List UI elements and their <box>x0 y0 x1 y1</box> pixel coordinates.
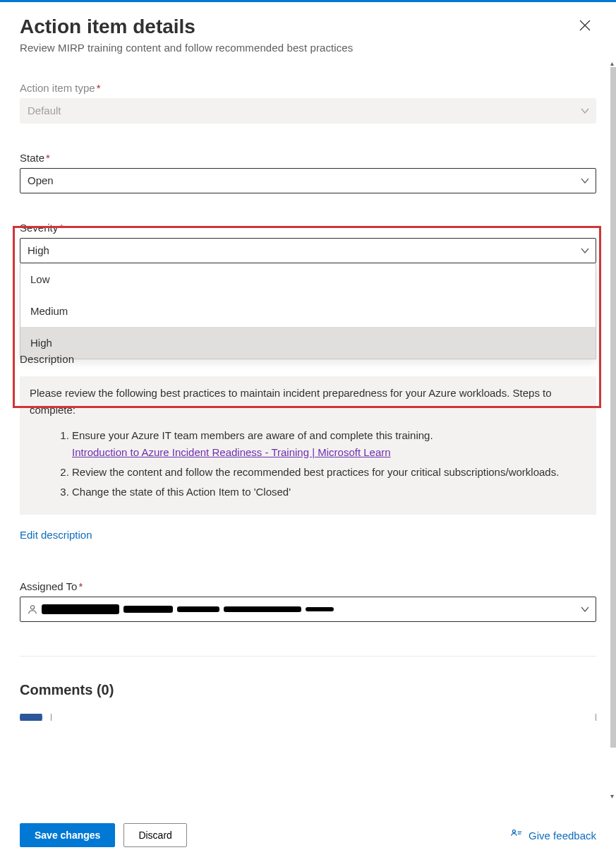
required-marker: * <box>78 580 83 592</box>
severity-option-low[interactable]: Low <box>20 263 596 295</box>
panel-header: Action item details Review MIRP training… <box>20 15 596 54</box>
field-state: State* Open <box>20 152 596 193</box>
field-action-item-type: Action item type* Default <box>20 82 596 124</box>
select-value: Default <box>28 104 61 116</box>
close-button[interactable] <box>574 15 596 37</box>
description-step-2: Review the content and follow the recomm… <box>72 464 586 481</box>
footer-bar: Save changes Discard Give feedback <box>0 808 616 862</box>
chevron-down-icon <box>580 106 590 116</box>
comment-input[interactable] <box>51 714 596 721</box>
save-button[interactable]: Save changes <box>20 823 115 847</box>
chevron-down-icon <box>580 176 590 186</box>
select-value: High <box>28 244 49 256</box>
avatar <box>20 714 42 721</box>
description-box: Please review the following best practic… <box>20 376 596 515</box>
comment-compose-row <box>20 714 596 721</box>
edit-description-button[interactable]: Edit description <box>20 529 92 541</box>
select-assigned-to[interactable] <box>20 597 596 622</box>
select-action-item-type: Default <box>20 98 596 124</box>
severity-option-medium[interactable]: Medium <box>20 295 596 327</box>
label-state: State* <box>20 152 596 164</box>
label-assigned-to: Assigned To* <box>20 580 596 592</box>
field-assigned-to: Assigned To* <box>20 580 596 622</box>
select-value: Open <box>28 174 54 186</box>
give-feedback-link[interactable]: Give feedback <box>510 828 596 843</box>
page-title: Action item details <box>20 15 353 39</box>
chevron-down-icon <box>580 246 590 256</box>
panel-body: Action item details Review MIRP training… <box>0 2 616 862</box>
scrollbar-thumb[interactable] <box>610 67 616 748</box>
user-icon <box>28 604 37 614</box>
close-icon <box>579 20 591 33</box>
label-action-item-type: Action item type* <box>20 82 596 94</box>
feedback-icon <box>510 828 523 843</box>
label-severity: Severity* <box>20 222 596 234</box>
assigned-value-redacted <box>42 604 119 614</box>
description-link[interactable]: Introduction to Azure Incident Readiness… <box>72 446 391 458</box>
page-subtitle: Review MIRP training content and follow … <box>20 42 353 54</box>
discard-button[interactable]: Discard <box>123 823 186 847</box>
select-state[interactable]: Open <box>20 168 596 193</box>
select-severity[interactable]: High <box>20 238 596 263</box>
description-intro: Please review the following best practic… <box>30 385 586 419</box>
label-description-truncated: Description <box>20 355 596 365</box>
required-marker: * <box>97 82 101 94</box>
severity-option-high[interactable]: High <box>20 327 596 359</box>
svg-point-2 <box>30 605 34 609</box>
scrollbar[interactable] <box>610 67 616 791</box>
scroll-arrow-down[interactable]: ▾ <box>608 791 616 800</box>
scroll-arrow-up[interactable]: ▴ <box>608 59 616 67</box>
svg-point-3 <box>513 830 516 832</box>
severity-dropdown-list: Low Medium High <box>20 263 596 359</box>
section-divider <box>20 656 596 657</box>
chevron-down-icon <box>580 604 590 614</box>
field-severity: Severity* High Low Medium High <box>20 222 596 359</box>
required-marker: * <box>59 222 64 234</box>
description-step-1: Ensure your Azure IT team members are aw… <box>72 427 586 461</box>
required-marker: * <box>46 152 50 164</box>
comments-header: Comments (0) <box>20 682 596 698</box>
description-step-3: Change the state of this Action Item to … <box>72 484 586 501</box>
